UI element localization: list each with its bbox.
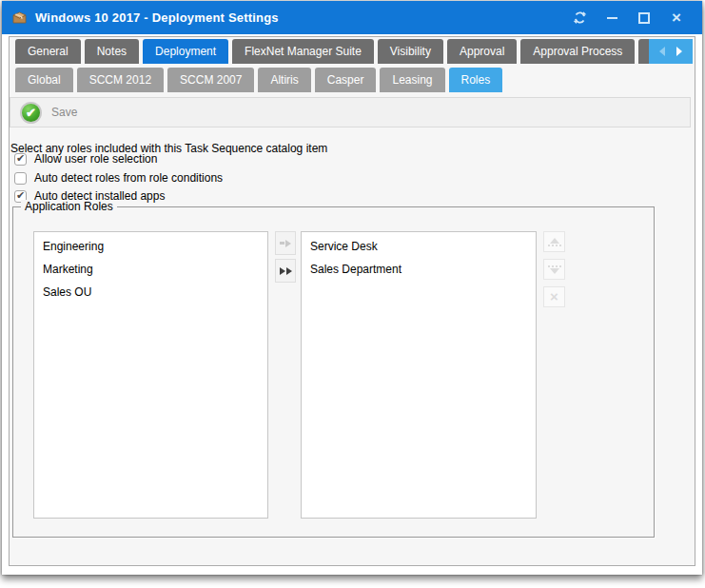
tab-scroll-left-icon[interactable] [659, 47, 665, 56]
auto-detect-roles-checkbox[interactable] [14, 172, 27, 185]
tab-notes[interactable]: Notes [85, 39, 139, 64]
selected-roles-listbox[interactable]: Service Desk Sales Department [301, 231, 537, 519]
subtab-altiris[interactable]: Altiris [258, 68, 310, 92]
save-check-icon: ✔ [20, 102, 42, 124]
checkbox-row-allow-user-role-selection[interactable]: ✔ Allow user role selection [14, 152, 157, 166]
content-area: General Notes Deployment FlexNet Manager… [9, 36, 695, 566]
app-package-icon [11, 10, 28, 25]
remove-role-button[interactable]: × [543, 286, 565, 307]
move-selected-right-button[interactable] [275, 231, 296, 255]
subtab-casper[interactable]: Casper [315, 68, 377, 92]
primary-tab-strip: General Notes Deployment FlexNet Manager… [15, 39, 693, 64]
remove-x-icon: × [550, 290, 558, 304]
arrow-down-icon [550, 268, 559, 274]
checkbox-label: Allow user role selection [34, 152, 157, 166]
checkbox-row-auto-detect-roles[interactable]: Auto detect roles from role conditions [14, 171, 223, 185]
tab-approval[interactable]: Approval [447, 39, 517, 64]
deployment-settings-window: Windows 10 2017 - Deployment Settings [2, 1, 702, 575]
tab-visibility[interactable]: Visibility [378, 39, 443, 64]
toolbar: ✔ Save [10, 97, 691, 127]
save-button[interactable]: ✔ Save [20, 102, 77, 124]
subtab-roles[interactable]: Roles [449, 68, 503, 92]
maximize-button[interactable] [628, 6, 660, 30]
maximize-icon [638, 12, 650, 24]
arrow-right-icon [280, 242, 284, 245]
tab-flexnet-manager-suite[interactable]: FlexNet Manager Suite [232, 39, 374, 64]
window-body: General Notes Deployment FlexNet Manager… [5, 34, 699, 570]
secondary-tab-strip: Global SCCM 2012 SCCM 2007 Altiris Caspe… [15, 68, 693, 92]
tab-general[interactable]: General [15, 39, 81, 64]
move-down-button[interactable] [543, 259, 565, 280]
groupbox-legend: Application Roles [21, 200, 117, 213]
double-arrow-right-icon [280, 267, 285, 275]
list-item[interactable]: Engineering [34, 236, 267, 259]
list-item[interactable]: Service Desk [302, 236, 536, 259]
close-button[interactable]: × [660, 6, 693, 30]
tab-deployment[interactable]: Deployment [143, 39, 228, 64]
minimize-button[interactable] [596, 6, 628, 30]
application-roles-groupbox: Application Roles Engineering Marketing … [12, 206, 655, 538]
subtab-global[interactable]: Global [15, 68, 73, 92]
close-icon: × [672, 10, 681, 26]
arrow-up-icon [550, 238, 559, 244]
title-bar: Windows 10 2017 - Deployment Settings [2, 1, 702, 34]
move-all-right-button[interactable] [275, 259, 296, 283]
tab-scroll-right-icon[interactable] [676, 47, 682, 56]
subtab-leasing[interactable]: Leasing [380, 68, 444, 92]
allow-user-role-selection-checkbox[interactable]: ✔ [14, 153, 27, 166]
list-item[interactable]: Sales Department [302, 259, 536, 282]
list-item[interactable]: Marketing [34, 259, 267, 282]
refresh-button[interactable] [563, 6, 596, 30]
move-up-button[interactable] [543, 231, 565, 252]
subtab-sccm-2012[interactable]: SCCM 2012 [77, 68, 164, 92]
available-roles-listbox[interactable]: Engineering Marketing Sales OU [33, 231, 268, 519]
save-button-label: Save [51, 106, 77, 119]
checkbox-label: Auto detect roles from role conditions [34, 171, 223, 185]
refresh-icon [573, 10, 587, 25]
checkmark-icon: ✔ [16, 152, 25, 165]
tab-scroll-control [649, 39, 693, 64]
subtab-sccm-2007[interactable]: SCCM 2007 [167, 68, 254, 92]
list-item[interactable]: Sales OU [34, 282, 267, 304]
window-title: Windows 10 2017 - Deployment Settings [35, 10, 563, 25]
window-controls: × [563, 6, 693, 30]
minimize-icon [607, 17, 617, 19]
tab-approval-process[interactable]: Approval Process [520, 39, 635, 64]
